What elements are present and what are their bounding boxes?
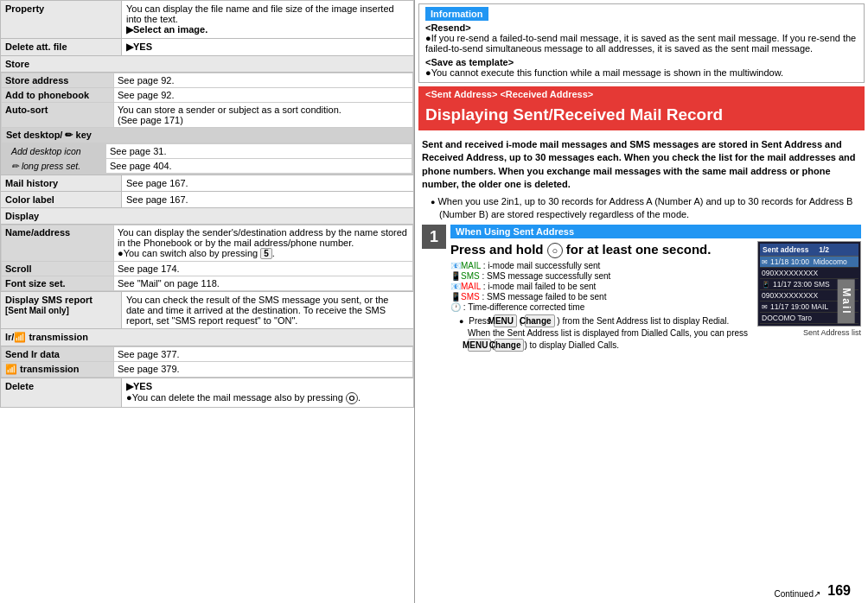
legend-item-1: 📧MAIL : i-mode mail successfully sent	[450, 261, 750, 270]
scroll-value: See page 174.	[114, 262, 413, 276]
table-row: Store address See page 92.	[2, 73, 413, 88]
add-phonebook-label: Add to phonebook	[2, 88, 114, 103]
scroll-label: Scroll	[2, 262, 114, 276]
display-section: Display	[1, 208, 414, 225]
table-row: ✏ long press set. See page 404.	[3, 159, 412, 174]
display-inner-table: Name/address You can display the sender'…	[1, 225, 413, 291]
step1-instruction: Press and hold ○ for at least one second…	[450, 241, 750, 258]
legend-item-4: 📱SMS : SMS message failed to be sent	[450, 292, 750, 302]
legend-area: 📧MAIL : i-mode mail successfully sent 📱S…	[450, 261, 750, 312]
right-panel: Information <Resend> ●If you re-send a f…	[415, 0, 868, 603]
store-address-label: Store address	[2, 73, 114, 88]
name-address-value: You can display the sender's/destination…	[114, 225, 413, 262]
table-row: Property You can display the file name a…	[1, 1, 414, 39]
delete-att-value: ▶YES	[122, 39, 414, 56]
page-number: 169	[827, 583, 851, 599]
legend-item-2: 📱SMS : SMS message successfully sent	[450, 271, 750, 281]
big-title: Displaying Sent/Received Mail Record	[425, 105, 858, 125]
store-address-value: See page 92.	[114, 73, 413, 88]
table-row: Color label See page 167.	[1, 192, 414, 208]
table-row: Name/address You can display the sender'…	[2, 225, 413, 262]
step1-header: When Using Sent Address	[450, 225, 861, 238]
set-desktop-header: Set desktop/ ✏ key	[2, 128, 413, 143]
bt-transmission-value: See page 379.	[114, 362, 413, 378]
sms-icon-1: 📱	[762, 281, 770, 289]
table-row: Set desktop/ ✏ key	[2, 128, 413, 143]
step1-box: 1 When Using Sent Address Press and hold…	[422, 225, 861, 354]
save-template-text: You cannot execute this function while a…	[431, 67, 783, 78]
table-row: Add desktop icon See page 31. ✏ long pre…	[2, 143, 413, 175]
table-row: Add desktop icon See page 31.	[3, 144, 412, 159]
auto-sort-label: Auto-sort	[2, 103, 114, 128]
table-row: Mail history See page 167.	[1, 175, 414, 192]
section-row: Ir/📶 transmission	[1, 329, 414, 346]
add-desktop-value: See page 31.	[106, 144, 412, 159]
table-row: Display SMS report[Sent Mail only] You c…	[1, 292, 414, 329]
table-row: Add to phonebook See page 92.	[2, 88, 413, 103]
mail-history-label: Mail history	[1, 175, 122, 192]
resend-title: <Resend>	[425, 22, 471, 33]
save-template-title: <Save as template>	[425, 57, 514, 67]
section-row: Store	[1, 56, 414, 73]
step1-number: 1	[422, 225, 446, 249]
delete-att-label: Delete att. file	[1, 39, 122, 56]
auto-sort-value: You can store a sender or subject as a s…	[114, 103, 413, 128]
mail-icon-1: ✉	[762, 258, 768, 266]
long-press-label: ✏ long press set.	[3, 159, 106, 174]
property-label: Property	[1, 1, 122, 39]
table-row: Delete ▶YES ●You can delete the mail mes…	[1, 378, 414, 408]
ir-inner-table: Send Ir data See page 377. 📶 transmissio…	[1, 346, 413, 378]
mail-icon-2: ✉	[762, 303, 768, 311]
property-select: ▶Select an image.	[126, 24, 207, 35]
screen-row-2: 090XXXXXXXXX	[760, 268, 858, 279]
send-ir-label: Send Ir data	[2, 347, 114, 362]
font-size-value: See "Mail" on page 118.	[114, 276, 413, 291]
step1-bullet: Press MENU ( Change ) from the Sent Addr…	[457, 314, 750, 352]
long-press-value: See page 404.	[106, 159, 412, 174]
step1-content-wrapper: When Using Sent Address Press and hold ○…	[450, 225, 861, 354]
left-panel: Property You can display the file name a…	[0, 0, 415, 603]
resend-text-content: If you re-send a failed-to-send mail mes…	[425, 33, 856, 54]
bullet1: When you use 2in1, up to 30 records for …	[429, 195, 861, 220]
legend-item-5: 🕐 : Time-difference corrected time	[450, 302, 750, 312]
send-ir-value: See page 377.	[114, 347, 413, 362]
store-inner-table: Store address See page 92. Add to phoneb…	[1, 73, 413, 175]
color-label-value: See page 167.	[122, 192, 414, 208]
table-row: Delete att. file ▶YES	[1, 39, 414, 56]
step1-content: Press and hold ○ for at least one second…	[450, 241, 861, 354]
delete-label: Delete	[1, 378, 122, 408]
mail-history-value: See page 167.	[122, 175, 414, 192]
resend-text: ●	[425, 33, 431, 43]
add-desktop-label: Add desktop icon	[3, 144, 106, 159]
sidebar-label: Mail	[837, 279, 854, 323]
save-template-section: <Save as template> ●You cannot execute t…	[425, 57, 858, 78]
table-row: 📶 transmission See page 379.	[2, 362, 413, 378]
table-row: Store address See page 92. Add to phoneb…	[1, 73, 414, 175]
table-row: Scroll See page 174.	[2, 262, 413, 276]
red-section-label: <Sent Address> <Received Address>	[418, 86, 865, 102]
property-value: You can display the file name and file s…	[122, 1, 414, 39]
store-section: Store	[1, 56, 414, 73]
delete-value: ▶YES ●You can delete the mail message al…	[122, 378, 414, 408]
add-phonebook-value: See page 92.	[114, 88, 413, 103]
section-row: Display	[1, 208, 414, 225]
information-badge: Information	[425, 7, 488, 21]
screen-caption: Sent Address list	[803, 328, 861, 337]
continued-label: Continued↗	[774, 589, 820, 599]
step1-text-area: Press and hold ○ for at least one second…	[450, 241, 750, 354]
screen-title: Sent address 1/2	[760, 244, 858, 257]
resend-section: <Resend> ●If you re-send a failed-to-sen…	[425, 22, 858, 54]
info-header: Information	[425, 9, 858, 19]
color-label-label: Color label	[1, 192, 122, 208]
content-area: Sent and received i-mode mail messages a…	[415, 135, 868, 603]
bt-transmission-label: 📶 transmission	[2, 362, 114, 378]
info-box: Information <Resend> ●If you re-send a f…	[418, 3, 865, 83]
table-row: Auto-sort You can store a sender or subj…	[2, 103, 413, 128]
main-table: Property You can display the file name a…	[0, 0, 414, 408]
table-row: Send Ir data See page 377.	[2, 347, 413, 362]
screen-row-1: ✉11/18 10:00 Midocomo	[760, 257, 858, 268]
ir-section: Ir/📶 transmission	[1, 329, 414, 346]
intro-paragraph: Sent and received i-mode mail messages a…	[422, 138, 861, 192]
table-row: Name/address You can display the sender'…	[1, 225, 414, 292]
table-row: Font size set. See "Mail" on page 118.	[2, 276, 413, 291]
